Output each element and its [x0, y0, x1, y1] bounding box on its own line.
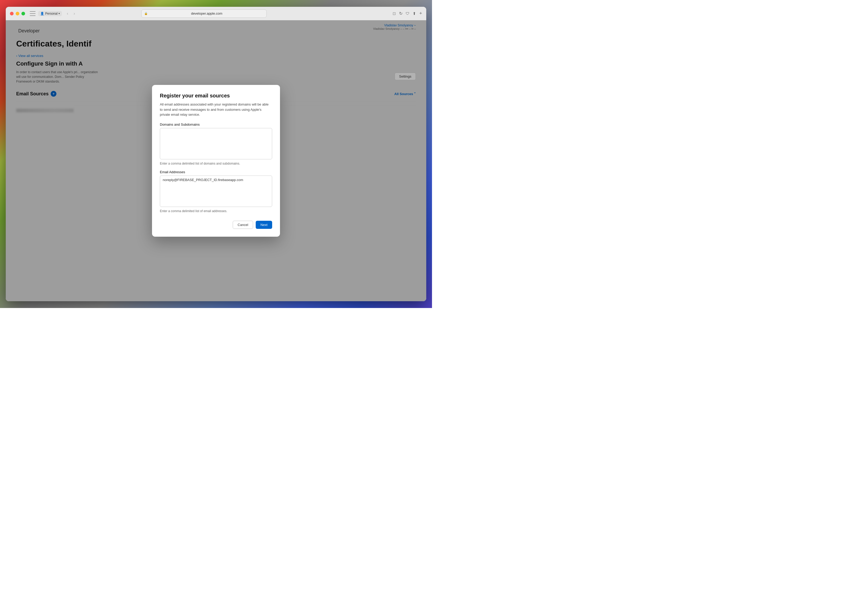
maximize-button[interactable] — [21, 12, 25, 16]
lock-icon: 🔒 — [144, 12, 148, 15]
next-button[interactable]: Next — [256, 221, 272, 229]
reader-icon[interactable]: ⊡ — [393, 11, 396, 16]
url-text: developer.apple.com — [149, 11, 264, 16]
email-hint: Enter a comma delimited list of email ad… — [160, 209, 272, 213]
toolbar-right-icons: ⊡ ↻ 🛡 ⬆ + — [393, 11, 422, 16]
minimize-button[interactable] — [16, 12, 19, 16]
profile-icon: 👤 — [40, 12, 44, 16]
forward-button[interactable]: › — [71, 11, 77, 16]
domains-label: Domains and Subdomains — [160, 123, 272, 126]
profile-selector[interactable]: 👤 Personal ▾ — [38, 11, 62, 16]
browser-content: Developer Certificates, Identif ‹ View a… — [6, 20, 426, 301]
reload-icon[interactable]: ↻ — [399, 11, 402, 16]
domains-textarea[interactable] — [160, 128, 272, 159]
new-tab-icon[interactable]: + — [419, 11, 422, 16]
address-bar[interactable]: 🔒 developer.apple.com — [141, 9, 267, 18]
register-email-sources-modal: Register your email sources All email ad… — [152, 85, 280, 237]
modal-title: Register your email sources — [160, 93, 272, 99]
navigation-arrows: ‹ › — [64, 11, 77, 16]
share-icon[interactable]: ⬆ — [413, 11, 416, 16]
modal-footer: Cancel Next — [160, 221, 272, 229]
chevron-down-icon: ▾ — [58, 12, 60, 15]
modal-overlay: Register your email sources All email ad… — [6, 20, 426, 301]
back-button[interactable]: ‹ — [64, 11, 70, 16]
profile-label: Personal — [45, 12, 57, 16]
browser-window: 👤 Personal ▾ ‹ › 🔒 developer.apple.com ⊡… — [6, 7, 426, 301]
cancel-button[interactable]: Cancel — [233, 221, 253, 229]
browser-toolbar: 👤 Personal ▾ ‹ › 🔒 developer.apple.com ⊡… — [6, 7, 426, 20]
email-addresses-label: Email Addresses — [160, 170, 272, 174]
traffic-lights — [10, 12, 25, 16]
domains-hint: Enter a comma delimited list of domains … — [160, 162, 272, 165]
extensions-icon[interactable]: 🛡 — [405, 11, 410, 16]
modal-description: All email addresses associated with your… — [160, 102, 272, 117]
sidebar-toggle-button[interactable] — [30, 11, 36, 16]
email-addresses-textarea[interactable]: noreply@FIREBASE_PROJECT_ID.firebaseapp.… — [160, 176, 272, 207]
close-button[interactable] — [10, 12, 14, 16]
